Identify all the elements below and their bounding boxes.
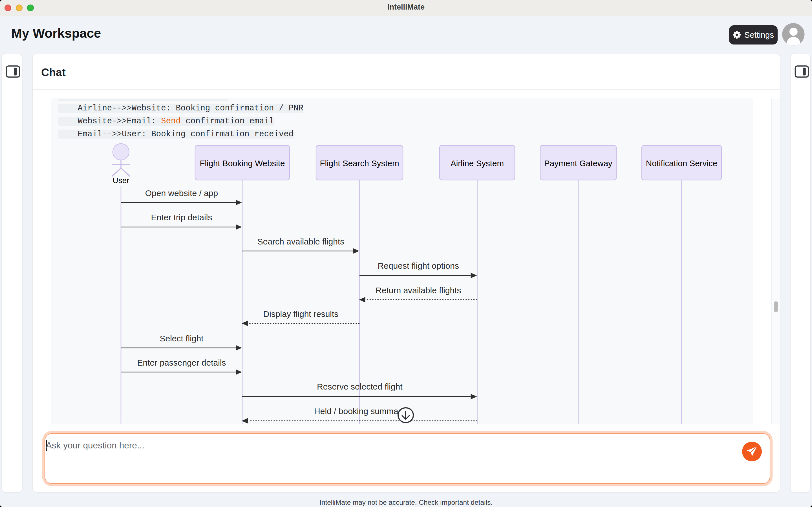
svg-text:Return available flights: Return available flights xyxy=(375,286,461,295)
svg-text:Flight Booking Website: Flight Booking Website xyxy=(199,159,285,168)
svg-text:Flight Search System: Flight Search System xyxy=(319,159,399,168)
svg-text:Enter trip details: Enter trip details xyxy=(151,213,212,222)
svg-text:Airline System: Airline System xyxy=(450,159,504,168)
svg-text:Notification Service: Notification Service xyxy=(646,159,717,168)
svg-text:User: User xyxy=(112,176,129,185)
svg-text:Select flight: Select flight xyxy=(159,334,203,343)
svg-text:Display flight results: Display flight results xyxy=(263,309,338,319)
svg-text:Search available flights: Search available flights xyxy=(257,237,344,246)
svg-text:Held / booking summary: Held / booking summary xyxy=(314,406,405,416)
svg-text:Enter passenger details: Enter passenger details xyxy=(137,358,225,367)
svg-text:Open website / app: Open website / app xyxy=(145,188,218,198)
svg-text:Request flight options: Request flight options xyxy=(377,261,459,270)
svg-text:Reserve selected flight: Reserve selected flight xyxy=(317,382,402,391)
svg-text:Payment Gateway: Payment Gateway xyxy=(544,159,612,168)
